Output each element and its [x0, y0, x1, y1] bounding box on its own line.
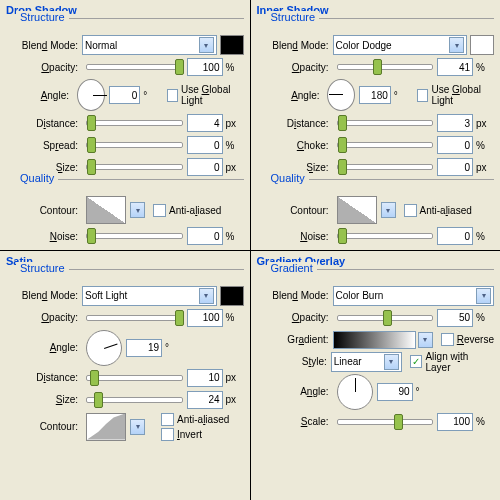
- angle-input[interactable]: 180: [359, 86, 391, 104]
- group-title: Quality: [267, 172, 309, 184]
- contour-picker[interactable]: [86, 196, 126, 224]
- distance-input[interactable]: 4: [187, 114, 223, 132]
- spread-slider[interactable]: [86, 142, 183, 148]
- size-label: Size:: [16, 162, 82, 173]
- opacity-label: Opacity:: [267, 62, 333, 73]
- anti-aliased-checkbox[interactable]: [153, 204, 166, 217]
- choke-slider[interactable]: [337, 142, 434, 148]
- chevron-down-icon: ▾: [476, 288, 491, 304]
- chevron-down-icon: ▾: [384, 354, 399, 370]
- noise-slider[interactable]: [86, 233, 183, 239]
- angle-dial[interactable]: [327, 79, 355, 111]
- anti-aliased-label: Anti-aliased: [420, 205, 472, 216]
- choke-label: Choke:: [267, 140, 333, 151]
- invert-checkbox[interactable]: [161, 428, 174, 441]
- noise-slider[interactable]: [337, 233, 434, 239]
- angle-input[interactable]: 0: [109, 86, 141, 104]
- style-label: Style:: [267, 356, 331, 367]
- size-input[interactable]: 24: [187, 391, 223, 409]
- global-light-label: Use Global Light: [431, 84, 494, 106]
- reverse-checkbox[interactable]: [441, 333, 454, 346]
- color-swatch[interactable]: [220, 35, 244, 55]
- opacity-label: Opacity:: [16, 312, 82, 323]
- distance-label: Distance:: [16, 118, 82, 129]
- distance-slider[interactable]: [337, 120, 434, 126]
- unit-label: %: [223, 140, 244, 151]
- group-title: Structure: [16, 11, 69, 23]
- group-title: Quality: [16, 172, 58, 184]
- chevron-down-icon[interactable]: ▾: [130, 419, 145, 435]
- color-swatch[interactable]: [220, 286, 244, 306]
- opacity-slider[interactable]: [86, 64, 183, 70]
- color-swatch[interactable]: [470, 35, 494, 55]
- unit-label: %: [223, 312, 244, 323]
- size-slider[interactable]: [86, 397, 183, 403]
- anti-aliased-checkbox[interactable]: [161, 413, 174, 426]
- opacity-input[interactable]: 100: [187, 309, 223, 327]
- unit-label: px: [223, 372, 244, 383]
- gradient-picker[interactable]: [333, 331, 416, 349]
- opacity-slider[interactable]: [337, 64, 434, 70]
- style-select[interactable]: Linear▾: [331, 352, 402, 372]
- opacity-input[interactable]: 41: [437, 58, 473, 76]
- noise-input[interactable]: 0: [187, 227, 223, 245]
- unit-label: %: [223, 231, 244, 242]
- unit-label: °: [140, 90, 158, 101]
- contour-picker[interactable]: [86, 413, 126, 441]
- angle-input[interactable]: 90: [377, 383, 413, 401]
- size-input[interactable]: 0: [437, 158, 473, 176]
- layer-style-grid: Drop Shadow Structure Blend Mode: Normal…: [0, 0, 500, 500]
- angle-dial[interactable]: [86, 330, 122, 366]
- anti-aliased-checkbox[interactable]: [404, 204, 417, 217]
- blend-mode-select[interactable]: Color Burn▾: [333, 286, 495, 306]
- global-light-checkbox[interactable]: [167, 89, 178, 102]
- global-light-checkbox[interactable]: [417, 89, 428, 102]
- opacity-input[interactable]: 50: [437, 309, 473, 327]
- align-checkbox[interactable]: ✓: [410, 355, 423, 368]
- chevron-down-icon[interactable]: ▾: [418, 332, 433, 348]
- distance-slider[interactable]: [86, 375, 183, 381]
- blend-mode-label: Blend Mode:: [267, 290, 333, 301]
- opacity-slider[interactable]: [86, 315, 183, 321]
- angle-dial[interactable]: [337, 374, 373, 410]
- unit-label: °: [413, 386, 434, 397]
- noise-input[interactable]: 0: [437, 227, 473, 245]
- chevron-down-icon: ▾: [449, 37, 464, 53]
- spread-input[interactable]: 0: [187, 136, 223, 154]
- global-light-label: Use Global Light: [181, 84, 244, 106]
- chevron-down-icon[interactable]: ▾: [130, 202, 145, 218]
- blend-mode-select[interactable]: Soft Light▾: [82, 286, 217, 306]
- opacity-label: Opacity:: [16, 62, 82, 73]
- choke-input[interactable]: 0: [437, 136, 473, 154]
- contour-label: Contour:: [16, 421, 82, 432]
- scale-slider[interactable]: [337, 419, 434, 425]
- angle-input[interactable]: 19: [126, 339, 162, 357]
- size-input[interactable]: 0: [187, 158, 223, 176]
- distance-input[interactable]: 10: [187, 369, 223, 387]
- angle-label: Angle:: [267, 386, 333, 397]
- size-slider[interactable]: [86, 164, 183, 170]
- chevron-down-icon[interactable]: ▾: [381, 202, 396, 218]
- unit-label: px: [223, 118, 244, 129]
- noise-label: Noise:: [16, 231, 82, 242]
- distance-label: Distance:: [267, 118, 333, 129]
- distance-input[interactable]: 3: [437, 114, 473, 132]
- align-label: Align with Layer: [425, 351, 494, 373]
- blend-mode-select[interactable]: Normal▾: [82, 35, 217, 55]
- satin-panel: Satin Structure Blend Mode: Soft Light▾ …: [0, 251, 250, 501]
- blend-mode-select[interactable]: Color Dodge▾: [333, 35, 468, 55]
- gradient-group: Gradient Blend Mode: Color Burn▾ Opacity…: [267, 269, 495, 432]
- anti-aliased-label: Anti-aliased: [177, 414, 229, 425]
- size-slider[interactable]: [337, 164, 434, 170]
- distance-slider[interactable]: [86, 120, 183, 126]
- unit-label: %: [473, 231, 494, 242]
- group-title: Gradient: [267, 262, 317, 274]
- opacity-input[interactable]: 100: [187, 58, 223, 76]
- scale-input[interactable]: 100: [437, 413, 473, 431]
- opacity-slider[interactable]: [337, 315, 434, 321]
- angle-dial[interactable]: [77, 79, 105, 111]
- contour-picker[interactable]: [337, 196, 377, 224]
- chevron-down-icon: ▾: [199, 37, 214, 53]
- opacity-label: Opacity:: [267, 312, 333, 323]
- drop-shadow-panel: Drop Shadow Structure Blend Mode: Normal…: [0, 0, 250, 250]
